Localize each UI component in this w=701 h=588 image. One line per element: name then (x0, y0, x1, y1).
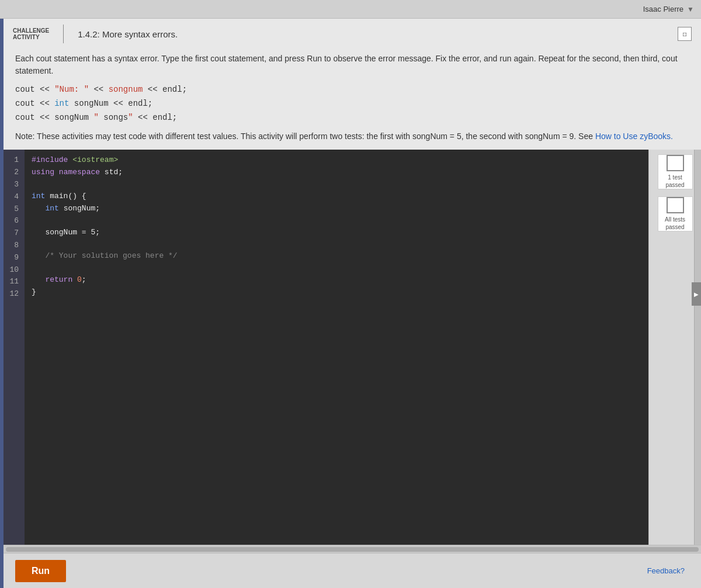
line-num-1: 1 (14, 154, 22, 167)
header-row: CHALLENGE ACTIVITY 1.4.2: More syntax er… (4, 19, 701, 47)
code-line-3: cout << songNum " songs" << endl; (15, 111, 689, 125)
user-name: Isaac Pierre (643, 5, 683, 13)
line-num-12: 12 (9, 288, 22, 300)
line-num-7: 7 (14, 227, 22, 240)
code-editor-line-2: using namespace std; (32, 167, 641, 179)
scroll-track (6, 547, 699, 552)
code-content[interactable]: #include <iostream> using namespace std;… (25, 150, 648, 545)
code-editor-line-11: return 0; (32, 274, 641, 286)
top-bar: Isaac Pierre ▼ (0, 0, 701, 19)
code-editor-line-12: } (32, 286, 641, 299)
code-editor-line-8 (32, 238, 641, 250)
test2-badge: All tests passed (658, 196, 693, 231)
test2-icon (667, 197, 684, 213)
vertical-scrollbar[interactable] (694, 150, 701, 545)
line-num-10: 10 (9, 264, 22, 276)
code-editor-line-7: songNum = 5; (32, 227, 641, 239)
test2-label: All tests (665, 216, 685, 223)
code-editor-line-1: #include <iostream> (32, 154, 641, 167)
activity-title: 1.4.2: More syntax errors. (78, 29, 178, 39)
activity-text: ACTIVITY (13, 34, 49, 40)
run-button[interactable]: Run (15, 560, 66, 582)
description-area: Each cout statement has a syntax error. … (4, 47, 701, 147)
test1-status: passed (665, 181, 684, 189)
code-editor-line-6 (32, 215, 641, 227)
code-editor-line-9: /* Your solution goes here */ (32, 250, 641, 262)
test2-status: passed (665, 223, 684, 231)
test1-icon (667, 155, 684, 171)
expand-button[interactable]: □ (678, 27, 692, 41)
zybooks-link[interactable]: How to Use zyBooks. (595, 132, 673, 141)
code-editor-line-4: int main() { (32, 191, 641, 203)
description-paragraph: Each cout statement has a syntax error. … (15, 53, 689, 77)
challenge-text: CHALLENGE (13, 27, 49, 34)
header-divider (63, 25, 64, 43)
code-editor-line-5: int songNum; (32, 203, 641, 215)
right-test-panel: 1 test passed All tests passed (648, 150, 701, 545)
line-num-9: 9 (14, 252, 22, 264)
horizontal-scrollbar[interactable] (4, 545, 701, 553)
bottom-bar: Run Feedback? (4, 553, 701, 588)
code-editor[interactable]: 1 2 3 4 5 6 7 8 9 10 11 12 #include <ios… (4, 150, 648, 545)
code-line-2: cout << int songNum << endl; (15, 97, 689, 111)
feedback-link[interactable]: Feedback? (647, 566, 689, 575)
line-numbers: 1 2 3 4 5 6 7 8 9 10 11 12 (4, 150, 25, 545)
dropdown-arrow[interactable]: ▼ (687, 5, 694, 13)
test1-badge: 1 test passed (658, 154, 693, 189)
test1-label: 1 test (668, 174, 682, 181)
right-expand-arrow[interactable]: ▶ (692, 282, 701, 306)
editor-section: 1 2 3 4 5 6 7 8 9 10 11 12 #include <ios… (4, 150, 701, 545)
code-line-1: cout << "Num: " << songnum << endl; (15, 83, 689, 97)
line-num-5: 5 (14, 203, 22, 216)
line-num-11: 11 (9, 276, 22, 288)
line-num-4: 4 (14, 191, 22, 203)
code-instructions: cout << "Num: " << songnum << endl; cout… (15, 83, 689, 124)
note-text: Note: These activities may test code wit… (15, 130, 689, 143)
line-num-8: 8 (14, 240, 22, 252)
challenge-label: CHALLENGE ACTIVITY (13, 27, 49, 40)
main-container: CHALLENGE ACTIVITY 1.4.2: More syntax er… (0, 19, 701, 588)
line-num-2: 2 (14, 167, 22, 179)
content-area: CHALLENGE ACTIVITY 1.4.2: More syntax er… (4, 19, 701, 588)
line-num-6: 6 (14, 215, 22, 227)
line-num-3: 3 (14, 179, 22, 191)
code-editor-line-3 (32, 179, 641, 191)
code-editor-line-10 (32, 262, 641, 274)
